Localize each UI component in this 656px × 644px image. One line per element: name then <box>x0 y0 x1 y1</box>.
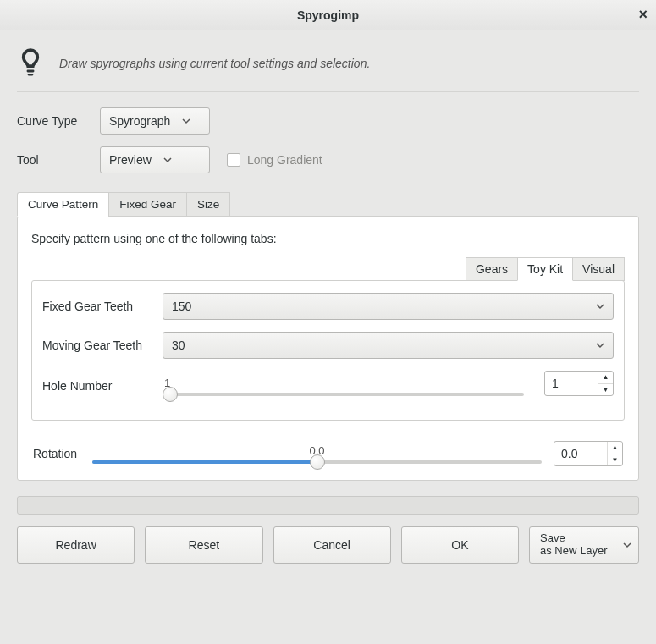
long-gradient-checkbox[interactable]: Long Gradient <box>227 153 322 167</box>
spinner-down-icon[interactable]: ▼ <box>608 454 622 466</box>
svg-rect-1 <box>28 74 33 76</box>
tool-value: Preview <box>109 153 152 167</box>
tool-label: Tool <box>17 153 90 167</box>
close-icon[interactable]: × <box>638 6 648 24</box>
slider-thumb[interactable] <box>310 454 325 470</box>
moving-gear-teeth-value: 30 <box>172 339 185 352</box>
save-line2: as New Layer <box>540 545 607 558</box>
checkbox-box <box>227 153 240 167</box>
reset-button[interactable]: Reset <box>145 526 262 564</box>
spinner-up-icon[interactable]: ▲ <box>608 442 622 454</box>
chevron-down-icon <box>182 117 190 125</box>
tab-size[interactable]: Size <box>186 192 230 216</box>
rotation-slider[interactable]: 0.0 <box>92 444 542 464</box>
chevron-down-icon <box>163 156 172 164</box>
cancel-button[interactable]: Cancel <box>273 526 391 564</box>
lightbulb-icon <box>17 47 44 80</box>
svg-rect-0 <box>27 70 35 73</box>
hole-number-value: 1 <box>545 372 598 395</box>
chevron-down-icon <box>596 300 604 313</box>
hole-slider-tick: 1 <box>164 377 524 389</box>
rotation-label: Rotation <box>33 447 92 460</box>
curve-type-select[interactable]: Spyrograph <box>100 107 210 135</box>
slider-thumb[interactable] <box>163 387 178 402</box>
pattern-tabs-panel: Curve Pattern Fixed Gear Size Specify pa… <box>17 216 639 481</box>
curve-type-label: Curve Type <box>17 114 90 128</box>
dialog-titlebar: Spyrogimp × <box>0 0 656 30</box>
dialog-subtitle: Draw spyrographs using current tool sett… <box>59 57 370 70</box>
rotation-spinner[interactable]: 0.0 ▲ ▼ <box>554 441 623 466</box>
long-gradient-label: Long Gradient <box>247 153 322 167</box>
save-line1: Save <box>540 532 607 545</box>
tab-fixed-gear[interactable]: Fixed Gear <box>108 192 187 216</box>
subtab-toykit[interactable]: Toy Kit <box>517 257 573 281</box>
chevron-down-icon <box>596 339 604 352</box>
dialog-header: Draw spyrographs using current tool sett… <box>17 44 639 92</box>
dialog-title: Spyrogimp <box>297 8 359 22</box>
toykit-panel: Fixed Gear Teeth 150 Moving Gear Teeth 3… <box>31 280 625 421</box>
moving-gear-teeth-select[interactable]: 30 <box>163 332 614 359</box>
moving-gear-teeth-label: Moving Gear Teeth <box>42 339 154 352</box>
hole-number-label: Hole Number <box>42 379 154 396</box>
redraw-button[interactable]: Redraw <box>17 526 135 564</box>
chevron-down-icon <box>623 538 631 552</box>
subtab-gears[interactable]: Gears <box>466 257 518 281</box>
spinner-down-icon[interactable]: ▼ <box>598 384 613 396</box>
fixed-gear-teeth-select[interactable]: 150 <box>163 293 614 320</box>
tool-select[interactable]: Preview <box>100 146 210 173</box>
pattern-instruction: Specify pattern using one of the followi… <box>31 232 625 245</box>
hole-number-spinner[interactable]: 1 ▲ ▼ <box>544 371 614 396</box>
progress-bar <box>17 496 639 515</box>
hole-number-slider[interactable]: 1 <box>163 377 524 396</box>
tab-curve-pattern[interactable]: Curve Pattern <box>17 192 109 216</box>
rotation-value: 0.0 <box>554 442 607 465</box>
subtab-visual[interactable]: Visual <box>572 257 625 281</box>
fixed-gear-teeth-label: Fixed Gear Teeth <box>42 300 154 313</box>
curve-type-value: Spyrograph <box>109 114 170 128</box>
ok-button[interactable]: OK <box>401 526 519 564</box>
save-button[interactable]: Save as New Layer <box>529 526 639 564</box>
spinner-up-icon[interactable]: ▲ <box>598 372 613 384</box>
fixed-gear-teeth-value: 150 <box>172 300 191 313</box>
